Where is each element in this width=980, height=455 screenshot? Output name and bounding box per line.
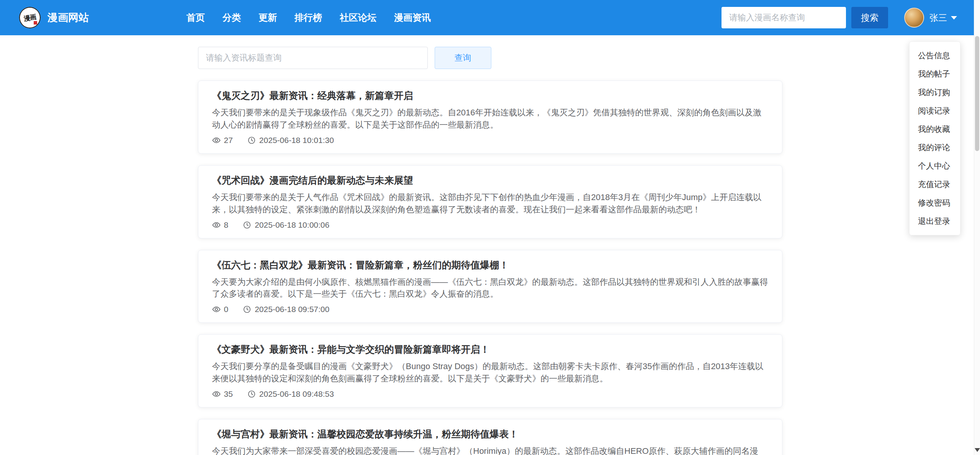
top-navbar: 漫画 漫画网站 首页 分类 更新 排行榜 社区论坛 漫画资讯 搜索 张三 — [0, 0, 980, 35]
user-dropdown-trigger[interactable]: 张三 — [904, 8, 957, 28]
nav-item-categories[interactable]: 分类 — [223, 11, 241, 24]
nav-item-manga-news[interactable]: 漫画资讯 — [394, 11, 431, 24]
article-excerpt: 今天要为大家介绍的是由何小疯原作、核燃黑猫作画的漫画——《伍六七：黑白双龙》的最… — [212, 276, 768, 301]
nav-item-home[interactable]: 首页 — [187, 11, 205, 24]
article-title[interactable]: 《伍六七：黑白双龙》最新资讯：冒险新篇章，粉丝们的期待值爆棚！ — [212, 259, 768, 271]
scroll-down-arrow-icon[interactable] — [975, 448, 980, 452]
header-search: 搜索 — [722, 7, 888, 28]
clock-icon — [243, 221, 251, 229]
news-title-search-input[interactable] — [198, 47, 428, 69]
menu-item-logout[interactable]: 退出登录 — [910, 212, 960, 230]
views-count: 8 — [224, 220, 229, 230]
views-count: 35 — [224, 389, 233, 399]
site-title: 漫画网站 — [47, 11, 89, 25]
article-card[interactable]: 《堀与宫村》最新资讯：温馨校园恋爱故事持续升温，粉丝期待值爆表！ 今天我们为大家… — [198, 419, 782, 455]
time-meta: 2025-06-18 09:48:53 — [247, 389, 334, 399]
menu-item-profile[interactable]: 个人中心 — [910, 157, 960, 175]
user-dropdown-menu: 公告信息 我的帖子 我的订购 阅读记录 我的收藏 我的评论 个人中心 充值记录 … — [909, 41, 960, 235]
article-title[interactable]: 《咒术回战》漫画完结后的最新动态与未来展望 — [212, 174, 768, 187]
manga-search-input[interactable] — [722, 7, 846, 28]
main-content: 查询 《鬼灭之刃》最新资讯：经典落幕，新篇章开启 今天我们要带来的是关于现象级作… — [198, 35, 782, 455]
logo-red-seal — [34, 21, 37, 25]
views-meta: 8 — [212, 220, 229, 230]
eye-icon — [212, 221, 221, 229]
menu-item-favorites[interactable]: 我的收藏 — [910, 120, 960, 138]
menu-item-change-password[interactable]: 修改密码 — [910, 194, 960, 212]
article-excerpt: 今天我们要带来的是关于人气作品《咒术回战》的最新资讯。这部由芥见下下创作的热血少… — [212, 191, 768, 216]
article-excerpt: 今天我们要分享的是备受瞩目的漫画《文豪野犬》（Bungo Stray Dogs）… — [212, 360, 768, 385]
nav-item-ranking[interactable]: 排行榜 — [294, 11, 322, 24]
time-meta: 2025-06-18 10:00:06 — [243, 220, 329, 230]
article-title[interactable]: 《文豪野犬》最新资讯：异能与文学交织的冒险新篇章即将开启！ — [212, 343, 768, 356]
news-search-bar: 查询 — [198, 47, 782, 69]
eye-icon — [212, 136, 221, 145]
article-meta: 27 2025-06-18 10:01:30 — [212, 136, 768, 145]
article-list: 《鬼灭之刃》最新资讯：经典落幕，新篇章开启 今天我们要带来的是关于现象级作品《鬼… — [198, 80, 782, 455]
views-meta: 35 — [212, 389, 233, 399]
page-scrollbar[interactable] — [974, 0, 980, 455]
search-button[interactable]: 搜索 — [851, 7, 888, 28]
menu-item-my-posts[interactable]: 我的帖子 — [910, 65, 960, 83]
views-count: 0 — [224, 305, 229, 314]
scrollbar-thumb[interactable] — [975, 36, 979, 151]
time-meta: 2025-06-18 10:01:30 — [247, 136, 334, 145]
clock-icon — [247, 390, 256, 398]
menu-item-reading-history[interactable]: 阅读记录 — [910, 102, 960, 120]
article-time: 2025-06-18 10:01:30 — [259, 136, 334, 145]
article-card[interactable]: 《文豪野犬》最新资讯：异能与文学交织的冒险新篇章即将开启！ 今天我们要分享的是备… — [198, 334, 782, 407]
menu-item-my-comments[interactable]: 我的评论 — [910, 138, 960, 157]
article-time: 2025-06-18 09:57:00 — [255, 305, 329, 314]
user-avatar[interactable] — [904, 8, 924, 28]
eye-icon — [212, 390, 221, 398]
menu-item-recharge-records[interactable]: 充值记录 — [910, 175, 960, 194]
nav-item-forum[interactable]: 社区论坛 — [340, 11, 376, 24]
nav-item-updates[interactable]: 更新 — [258, 11, 277, 24]
site-brand[interactable]: 漫画 漫画网站 — [19, 7, 89, 28]
article-title[interactable]: 《鬼灭之刃》最新资讯：经典落幕，新篇章开启 — [212, 89, 768, 102]
clock-icon — [243, 305, 251, 314]
article-meta: 35 2025-06-18 09:48:53 — [212, 389, 768, 399]
article-card[interactable]: 《咒术回战》漫画完结后的最新动态与未来展望 今天我们要带来的是关于人气作品《咒术… — [198, 165, 782, 238]
chevron-down-icon — [951, 16, 957, 20]
menu-item-my-orders[interactable]: 我的订购 — [910, 83, 960, 102]
article-card[interactable]: 《鬼灭之刃》最新资讯：经典落幕，新篇章开启 今天我们要带来的是关于现象级作品《鬼… — [198, 80, 782, 154]
main-nav: 首页 分类 更新 排行榜 社区论坛 漫画资讯 — [187, 11, 431, 24]
menu-item-announcements[interactable]: 公告信息 — [910, 46, 960, 65]
time-meta: 2025-06-18 09:57:00 — [243, 305, 329, 314]
user-name: 张三 — [929, 12, 947, 24]
article-title[interactable]: 《堀与宫村》最新资讯：温馨校园恋爱故事持续升温，粉丝期待值爆表！ — [212, 428, 768, 440]
article-time: 2025-06-18 09:48:53 — [259, 389, 334, 399]
views-meta: 27 — [212, 136, 233, 145]
clock-icon — [247, 136, 256, 145]
site-logo-icon: 漫画 — [19, 7, 41, 28]
article-meta: 0 2025-06-18 09:57:00 — [212, 305, 768, 314]
views-meta: 0 — [212, 305, 229, 314]
article-excerpt: 今天我们为大家带来一部深受喜爱的校园恋爱漫画——《堀与宫村》（Horimiya）… — [212, 445, 768, 455]
eye-icon — [212, 305, 221, 314]
article-meta: 8 2025-06-18 10:00:06 — [212, 220, 768, 230]
views-count: 27 — [224, 136, 233, 145]
article-card[interactable]: 《伍六七：黑白双龙》最新资讯：冒险新篇章，粉丝们的期待值爆棚！ 今天要为大家介绍… — [198, 250, 782, 323]
article-excerpt: 今天我们要带来的是关于现象级作品《鬼灭之刃》的最新动态。自2016年开始连载以来… — [212, 107, 768, 131]
query-button[interactable]: 查询 — [435, 47, 491, 69]
article-time: 2025-06-18 10:00:06 — [255, 220, 329, 230]
